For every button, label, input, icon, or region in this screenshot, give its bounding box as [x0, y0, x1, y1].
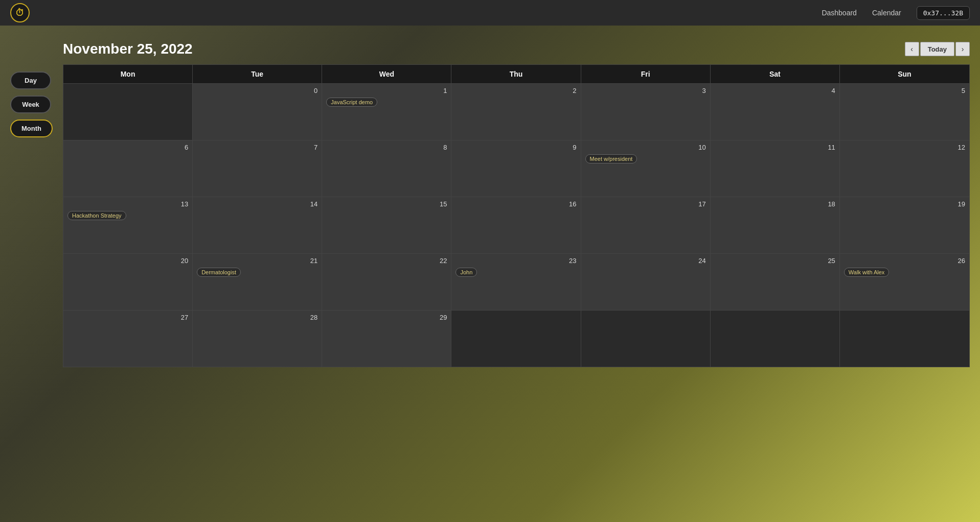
cell-day-number: 24 — [585, 257, 706, 265]
calendar-cell-w0-d1[interactable]: 0 — [193, 84, 322, 140]
calendar-cell-w1-d5[interactable]: 11 — [711, 140, 840, 197]
cell-day-number: 13 — [67, 200, 188, 208]
cell-day-number: 22 — [326, 257, 447, 265]
event-badge[interactable]: Meet w/president — [585, 154, 637, 163]
app-logo[interactable]: ⏱ — [10, 3, 30, 22]
calendar-link[interactable]: Calendar — [872, 9, 901, 17]
cell-day-number: 28 — [197, 314, 317, 321]
calendar-body: 01JavaScript demo2345678910Meet w/presid… — [63, 84, 969, 367]
wallet-badge[interactable]: 0x37...32B — [917, 6, 970, 20]
calendar-week-1: 678910Meet w/president1112 — [63, 140, 969, 197]
prev-button[interactable]: ‹ — [905, 42, 919, 56]
cell-day-number: 23 — [455, 257, 576, 265]
day-header-mon: Mon — [63, 65, 193, 83]
next-button[interactable]: › — [955, 42, 970, 56]
event-badge[interactable]: Hackathon Strategy — [67, 211, 126, 220]
calendar-title: November 25, 2022 — [63, 41, 193, 57]
main-content: Day Week Month November 25, 2022 ‹ Today… — [0, 26, 980, 377]
calendar-cell-w2-d6[interactable]: 19 — [840, 197, 969, 253]
cell-day-number: 10 — [585, 144, 706, 151]
day-header-sun: Sun — [840, 65, 969, 83]
week-button[interactable]: Week — [10, 96, 51, 113]
calendar-cell-w1-d0[interactable]: 6 — [63, 140, 193, 197]
calendar-week-2: 13Hackathon Strategy141516171819 — [63, 197, 969, 254]
cell-day-number: 5 — [844, 87, 965, 94]
month-button[interactable]: Month — [10, 120, 53, 137]
dashboard-link[interactable]: Dashboard — [822, 9, 857, 17]
calendar-cell-w4-d2[interactable]: 29 — [322, 311, 451, 367]
calendar-cell-w0-d2[interactable]: 1JavaScript demo — [322, 84, 451, 140]
cell-day-number: 7 — [197, 144, 317, 151]
calendar-cell-w4-d4[interactable] — [581, 311, 711, 367]
calendar-area: November 25, 2022 ‹ Today › Mon Tue Wed … — [63, 41, 970, 367]
calendar-cell-w1-d6[interactable]: 12 — [840, 140, 969, 197]
nav-controls: ‹ Today › — [905, 42, 970, 56]
cell-day-number: 27 — [67, 314, 188, 321]
calendar-cell-w3-d3[interactable]: 23John — [451, 254, 581, 310]
cell-day-number: 19 — [844, 200, 965, 208]
calendar-grid: Mon Tue Wed Thu Fri Sat Sun 01JavaScript… — [63, 64, 970, 367]
calendar-cell-w3-d4[interactable]: 24 — [581, 254, 711, 310]
calendar-cell-w4-d5[interactable] — [711, 311, 840, 367]
calendar-cell-w3-d5[interactable]: 25 — [711, 254, 840, 310]
calendar-cell-w3-d0[interactable]: 20 — [63, 254, 193, 310]
calendar-cell-w3-d6[interactable]: 26Walk with Alex — [840, 254, 969, 310]
calendar-cell-w1-d4[interactable]: 10Meet w/president — [581, 140, 711, 197]
cell-day-number: 8 — [326, 144, 447, 151]
cell-day-number: 16 — [455, 200, 576, 208]
cell-day-number: 21 — [197, 257, 317, 265]
day-header-tue: Tue — [193, 65, 322, 83]
calendar-cell-w4-d0[interactable]: 27 — [63, 311, 193, 367]
calendar-cell-w1-d2[interactable]: 8 — [322, 140, 451, 197]
cell-day-number: 4 — [715, 87, 835, 94]
calendar-cell-w0-d3[interactable]: 2 — [451, 84, 581, 140]
calendar-cell-w2-d4[interactable]: 17 — [581, 197, 711, 253]
calendar-header-row: November 25, 2022 ‹ Today › — [63, 41, 970, 57]
calendar-cell-w1-d3[interactable]: 9 — [451, 140, 581, 197]
cell-day-number: 14 — [197, 200, 317, 208]
calendar-cell-w3-d1[interactable]: 21Dermatologist — [193, 254, 322, 310]
calendar-cell-w2-d2[interactable]: 15 — [322, 197, 451, 253]
cell-day-number: 15 — [326, 200, 447, 208]
event-badge[interactable]: Walk with Alex — [844, 268, 890, 277]
cell-day-number: 6 — [67, 144, 188, 151]
navbar: ⏱ Dashboard Calendar 0x37...32B — [0, 0, 980, 26]
day-headers-row: Mon Tue Wed Thu Fri Sat Sun — [63, 65, 969, 84]
cell-day-number: 25 — [715, 257, 835, 265]
calendar-cell-w3-d2[interactable]: 22 — [322, 254, 451, 310]
calendar-week-4: 272829 — [63, 311, 969, 367]
cell-day-number: 20 — [67, 257, 188, 265]
calendar-cell-w4-d3[interactable] — [451, 311, 581, 367]
today-button[interactable]: Today — [920, 42, 954, 56]
calendar-cell-w0-d6[interactable]: 5 — [840, 84, 969, 140]
calendar-cell-w2-d3[interactable]: 16 — [451, 197, 581, 253]
cell-day-number: 2 — [455, 87, 576, 94]
cell-day-number: 18 — [715, 200, 835, 208]
calendar-cell-w0-d5[interactable]: 4 — [711, 84, 840, 140]
day-header-wed: Wed — [322, 65, 451, 83]
cell-day-number: 11 — [715, 144, 835, 151]
cell-day-number: 17 — [585, 200, 706, 208]
calendar-cell-w2-d1[interactable]: 14 — [193, 197, 322, 253]
cell-day-number: 1 — [326, 87, 447, 94]
day-button[interactable]: Day — [10, 72, 51, 89]
calendar-cell-w2-d5[interactable]: 18 — [711, 197, 840, 253]
cell-day-number: 12 — [844, 144, 965, 151]
event-badge[interactable]: JavaScript demo — [326, 98, 377, 107]
calendar-cell-w4-d6[interactable] — [840, 311, 969, 367]
day-header-sat: Sat — [711, 65, 840, 83]
event-badge[interactable]: John — [455, 268, 477, 277]
calendar-cell-w1-d1[interactable]: 7 — [193, 140, 322, 197]
calendar-cell-w4-d1[interactable]: 28 — [193, 311, 322, 367]
cell-day-number: 26 — [844, 257, 965, 265]
cell-day-number: 0 — [197, 87, 317, 94]
calendar-cell-w2-d0[interactable]: 13Hackathon Strategy — [63, 197, 193, 253]
calendar-week-0: 01JavaScript demo2345 — [63, 84, 969, 140]
event-badge[interactable]: Dermatologist — [197, 268, 241, 277]
day-header-thu: Thu — [451, 65, 581, 83]
cell-day-number: 3 — [585, 87, 706, 94]
cell-day-number: 9 — [455, 144, 576, 151]
calendar-cell-w0-d0[interactable] — [63, 84, 193, 140]
day-header-fri: Fri — [581, 65, 711, 83]
calendar-cell-w0-d4[interactable]: 3 — [581, 84, 711, 140]
